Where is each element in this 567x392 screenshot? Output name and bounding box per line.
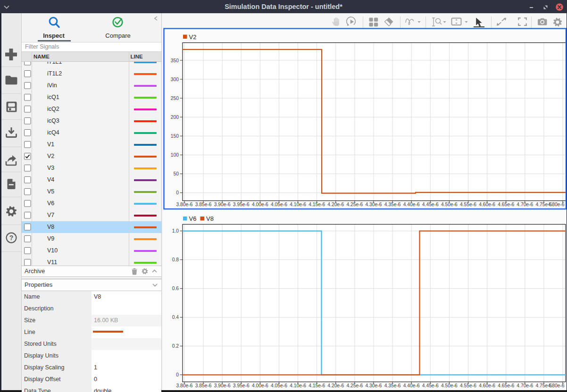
svg-text:4.60e-6: 4.60e-6 — [479, 202, 495, 207]
svg-text:4.00e-6: 4.00e-6 — [252, 202, 268, 207]
svg-text:4.05e-6: 4.05e-6 — [271, 202, 287, 207]
svg-text:3.85e-6: 3.85e-6 — [195, 202, 212, 207]
svg-text:3.80e-6: 3.80e-6 — [176, 202, 193, 207]
svg-text:4.30e-6: 4.30e-6 — [366, 202, 382, 207]
svg-text:4.15e-6: 4.15e-6 — [309, 383, 325, 388]
svg-text:4.45e-6: 4.45e-6 — [422, 202, 439, 207]
svg-text:1.0: 1.0 — [172, 228, 179, 234]
svg-text:4.40e-6: 4.40e-6 — [403, 202, 420, 207]
svg-text:V6: V6 — [189, 215, 197, 222]
svg-text:4.80e-6: 4.80e-6 — [548, 383, 565, 388]
svg-text:4.65e-6: 4.65e-6 — [498, 202, 514, 207]
svg-text:300: 300 — [171, 77, 179, 82]
svg-text:4.05e-6: 4.05e-6 — [271, 383, 287, 388]
svg-text:0: 0 — [176, 190, 179, 195]
svg-text:4.15e-6: 4.15e-6 — [309, 202, 325, 207]
svg-text:0.6: 0.6 — [172, 286, 179, 291]
svg-text:250: 250 — [171, 96, 179, 101]
svg-text:V8: V8 — [206, 215, 214, 222]
svg-text:3.95e-6: 3.95e-6 — [233, 202, 250, 207]
svg-text:4.40e-6: 4.40e-6 — [403, 383, 420, 388]
svg-text:4.25e-6: 4.25e-6 — [346, 202, 363, 207]
svg-text:3.80e-6: 3.80e-6 — [176, 383, 193, 388]
svg-text:4.20e-6: 4.20e-6 — [327, 383, 344, 388]
svg-text:3.90e-6: 3.90e-6 — [214, 383, 231, 388]
svg-text:4.45e-6: 4.45e-6 — [422, 383, 439, 388]
svg-text:200: 200 — [171, 115, 179, 120]
svg-text:4.60e-6: 4.60e-6 — [479, 383, 495, 388]
svg-text:V2: V2 — [189, 33, 197, 41]
svg-text:3.95e-6: 3.95e-6 — [233, 383, 250, 388]
svg-text:4.00e-6: 4.00e-6 — [252, 383, 268, 388]
svg-text:4.50e-6: 4.50e-6 — [441, 383, 458, 388]
svg-text:4.10e-6: 4.10e-6 — [290, 383, 306, 388]
svg-text:4.55e-6: 4.55e-6 — [460, 383, 476, 388]
svg-text:4.35e-6: 4.35e-6 — [384, 383, 401, 388]
svg-text:4.30e-6: 4.30e-6 — [366, 383, 382, 388]
svg-text:0.2: 0.2 — [172, 343, 179, 349]
svg-text:4.10e-6: 4.10e-6 — [290, 202, 306, 207]
svg-text:350: 350 — [171, 58, 179, 63]
svg-text:100: 100 — [171, 152, 179, 158]
svg-text:150: 150 — [171, 133, 179, 139]
svg-text:3.90e-6: 3.90e-6 — [214, 202, 231, 207]
svg-text:4.55e-6: 4.55e-6 — [460, 202, 476, 207]
svg-text:0.4: 0.4 — [172, 315, 179, 320]
svg-text:4.25e-6: 4.25e-6 — [346, 383, 363, 388]
svg-text:0: 0 — [176, 372, 179, 377]
svg-text:3.85e-6: 3.85e-6 — [195, 383, 212, 388]
svg-text:4.80e-6: 4.80e-6 — [548, 202, 565, 207]
svg-text:4.65e-6: 4.65e-6 — [498, 383, 514, 388]
svg-text:50: 50 — [174, 171, 179, 176]
svg-text:4.70e-6: 4.70e-6 — [517, 383, 533, 388]
svg-text:4.20e-6: 4.20e-6 — [327, 202, 344, 207]
svg-text:0.8: 0.8 — [172, 257, 179, 262]
svg-text:4.35e-6: 4.35e-6 — [384, 202, 401, 207]
svg-text:4.50e-6: 4.50e-6 — [441, 202, 458, 207]
svg-text:4.70e-6: 4.70e-6 — [517, 202, 533, 207]
